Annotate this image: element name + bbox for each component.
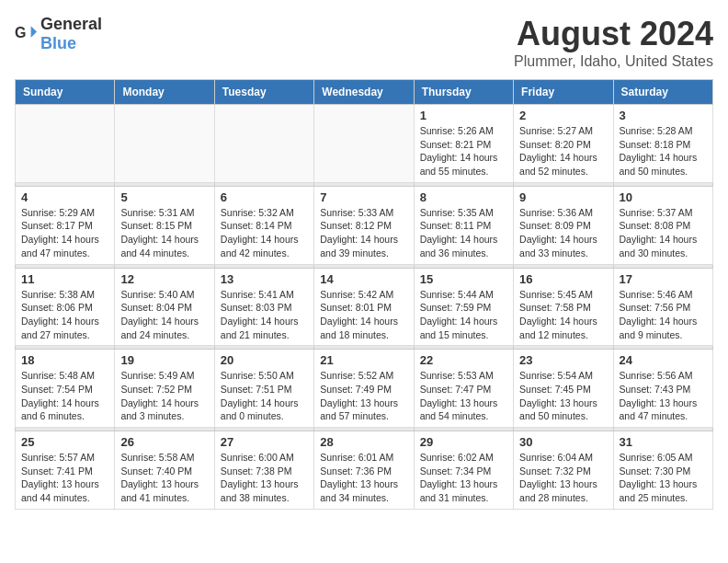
calendar-week-2: 4Sunrise: 5:29 AM Sunset: 8:17 PM Daylig… xyxy=(16,186,713,264)
day-info: Sunrise: 5:45 AM Sunset: 7:58 PM Dayligh… xyxy=(519,288,607,342)
calendar-cell: 27Sunrise: 6:00 AM Sunset: 7:38 PM Dayli… xyxy=(214,431,313,510)
logo: G General Blue xyxy=(15,15,102,53)
day-info: Sunrise: 6:04 AM Sunset: 7:32 PM Dayligh… xyxy=(519,451,607,505)
day-info: Sunrise: 5:38 AM Sunset: 8:06 PM Dayligh… xyxy=(21,288,108,342)
day-info: Sunrise: 5:49 AM Sunset: 7:52 PM Dayligh… xyxy=(120,369,208,423)
calendar-cell xyxy=(16,105,115,183)
calendar-cell: 28Sunrise: 6:01 AM Sunset: 7:36 PM Dayli… xyxy=(314,431,414,510)
day-info: Sunrise: 5:28 AM Sunset: 8:18 PM Dayligh… xyxy=(620,124,707,178)
logo-blue-text: Blue xyxy=(40,34,76,52)
calendar-cell: 17Sunrise: 5:46 AM Sunset: 7:56 PM Dayli… xyxy=(613,268,712,346)
day-number: 5 xyxy=(120,190,208,204)
day-number: 19 xyxy=(120,353,208,367)
day-number: 28 xyxy=(320,435,407,449)
day-header-sunday: Sunday xyxy=(16,80,115,105)
calendar-cell: 31Sunrise: 6:05 AM Sunset: 7:30 PM Dayli… xyxy=(613,431,712,510)
day-number: 10 xyxy=(620,190,707,204)
day-info: Sunrise: 5:35 AM Sunset: 8:11 PM Dayligh… xyxy=(420,206,507,260)
calendar-cell: 15Sunrise: 5:44 AM Sunset: 7:59 PM Dayli… xyxy=(414,268,513,346)
day-number: 2 xyxy=(519,109,607,122)
day-info: Sunrise: 5:57 AM Sunset: 7:41 PM Dayligh… xyxy=(21,451,108,505)
calendar-header: SundayMondayTuesdayWednesdayThursdayFrid… xyxy=(16,80,713,105)
day-info: Sunrise: 5:53 AM Sunset: 7:47 PM Dayligh… xyxy=(420,369,507,423)
day-info: Sunrise: 5:48 AM Sunset: 7:54 PM Dayligh… xyxy=(21,369,108,423)
day-info: Sunrise: 5:31 AM Sunset: 8:15 PM Dayligh… xyxy=(120,206,208,260)
calendar-cell: 29Sunrise: 6:02 AM Sunset: 7:34 PM Dayli… xyxy=(414,431,513,510)
day-info: Sunrise: 5:29 AM Sunset: 8:17 PM Dayligh… xyxy=(21,206,108,260)
day-header-thursday: Thursday xyxy=(414,80,513,105)
day-info: Sunrise: 5:36 AM Sunset: 8:09 PM Dayligh… xyxy=(519,206,607,260)
day-number: 1 xyxy=(420,109,507,122)
day-header-tuesday: Tuesday xyxy=(214,80,313,105)
day-number: 12 xyxy=(120,272,208,286)
calendar-cell: 22Sunrise: 5:53 AM Sunset: 7:47 PM Dayli… xyxy=(414,350,513,428)
calendar-cell: 6Sunrise: 5:32 AM Sunset: 8:14 PM Daylig… xyxy=(214,186,313,264)
calendar-cell: 9Sunrise: 5:36 AM Sunset: 8:09 PM Daylig… xyxy=(514,186,613,264)
day-number: 17 xyxy=(620,272,707,286)
calendar-cell: 3Sunrise: 5:28 AM Sunset: 8:18 PM Daylig… xyxy=(613,105,712,183)
day-info: Sunrise: 5:26 AM Sunset: 8:21 PM Dayligh… xyxy=(420,124,507,178)
day-header-friday: Friday xyxy=(514,80,613,105)
day-number: 9 xyxy=(519,190,607,204)
svg-marker-1 xyxy=(31,26,37,38)
calendar-cell: 11Sunrise: 5:38 AM Sunset: 8:06 PM Dayli… xyxy=(16,268,115,346)
day-info: Sunrise: 5:33 AM Sunset: 8:12 PM Dayligh… xyxy=(320,206,407,260)
calendar-cell: 24Sunrise: 5:56 AM Sunset: 7:43 PM Dayli… xyxy=(613,350,712,428)
calendar-cell xyxy=(214,105,313,183)
calendar-cell xyxy=(314,105,414,183)
calendar-week-4: 18Sunrise: 5:48 AM Sunset: 7:54 PM Dayli… xyxy=(16,350,713,428)
location-title: Plummer, Idaho, United States xyxy=(514,53,713,70)
day-number: 24 xyxy=(620,353,707,367)
day-number: 21 xyxy=(320,353,407,367)
day-info: Sunrise: 5:44 AM Sunset: 7:59 PM Dayligh… xyxy=(420,288,507,342)
day-info: Sunrise: 5:46 AM Sunset: 7:56 PM Dayligh… xyxy=(620,288,707,342)
day-number: 23 xyxy=(519,353,607,367)
day-number: 25 xyxy=(21,435,108,449)
title-area: August 2024 Plummer, Idaho, United State… xyxy=(514,15,713,70)
day-info: Sunrise: 5:50 AM Sunset: 7:51 PM Dayligh… xyxy=(221,369,308,423)
calendar-week-1: 1Sunrise: 5:26 AM Sunset: 8:21 PM Daylig… xyxy=(16,105,713,183)
calendar-cell: 26Sunrise: 5:58 AM Sunset: 7:40 PM Dayli… xyxy=(115,431,214,510)
calendar-cell: 2Sunrise: 5:27 AM Sunset: 8:20 PM Daylig… xyxy=(514,105,613,183)
day-info: Sunrise: 5:58 AM Sunset: 7:40 PM Dayligh… xyxy=(120,451,208,505)
day-info: Sunrise: 6:00 AM Sunset: 7:38 PM Dayligh… xyxy=(221,451,308,505)
day-number: 15 xyxy=(420,272,507,286)
calendar-cell: 30Sunrise: 6:04 AM Sunset: 7:32 PM Dayli… xyxy=(514,431,613,510)
logo-general-text: General xyxy=(40,15,102,33)
calendar-cell: 12Sunrise: 5:40 AM Sunset: 8:04 PM Dayli… xyxy=(115,268,214,346)
day-number: 11 xyxy=(21,272,108,286)
day-info: Sunrise: 6:05 AM Sunset: 7:30 PM Dayligh… xyxy=(620,451,707,505)
day-info: Sunrise: 5:54 AM Sunset: 7:45 PM Dayligh… xyxy=(519,369,607,423)
day-number: 8 xyxy=(420,190,507,204)
calendar-cell: 8Sunrise: 5:35 AM Sunset: 8:11 PM Daylig… xyxy=(414,186,513,264)
day-number: 20 xyxy=(221,353,308,367)
day-info: Sunrise: 5:41 AM Sunset: 8:03 PM Dayligh… xyxy=(221,288,308,342)
svg-text:G: G xyxy=(15,25,26,40)
day-info: Sunrise: 5:27 AM Sunset: 8:20 PM Dayligh… xyxy=(519,124,607,178)
calendar-cell: 21Sunrise: 5:52 AM Sunset: 7:49 PM Dayli… xyxy=(314,350,414,428)
day-number: 31 xyxy=(620,435,707,449)
calendar-cell: 1Sunrise: 5:26 AM Sunset: 8:21 PM Daylig… xyxy=(414,105,513,183)
day-info: Sunrise: 5:40 AM Sunset: 8:04 PM Dayligh… xyxy=(120,288,208,342)
day-info: Sunrise: 5:52 AM Sunset: 7:49 PM Dayligh… xyxy=(320,369,407,423)
calendar-cell: 7Sunrise: 5:33 AM Sunset: 8:12 PM Daylig… xyxy=(314,186,414,264)
day-info: Sunrise: 5:32 AM Sunset: 8:14 PM Dayligh… xyxy=(221,206,308,260)
day-number: 4 xyxy=(21,190,108,204)
header: G General Blue August 2024 Plummer, Idah… xyxy=(15,15,713,70)
day-number: 22 xyxy=(420,353,507,367)
day-number: 26 xyxy=(120,435,208,449)
day-number: 6 xyxy=(221,190,308,204)
day-number: 27 xyxy=(221,435,308,449)
day-number: 30 xyxy=(519,435,607,449)
day-info: Sunrise: 6:01 AM Sunset: 7:36 PM Dayligh… xyxy=(320,451,407,505)
day-number: 14 xyxy=(320,272,407,286)
calendar-cell: 14Sunrise: 5:42 AM Sunset: 8:01 PM Dayli… xyxy=(314,268,414,346)
day-info: Sunrise: 5:42 AM Sunset: 8:01 PM Dayligh… xyxy=(320,288,407,342)
calendar-cell: 18Sunrise: 5:48 AM Sunset: 7:54 PM Dayli… xyxy=(16,350,115,428)
calendar-cell xyxy=(115,105,214,183)
day-header-wednesday: Wednesday xyxy=(314,80,414,105)
calendar-cell: 4Sunrise: 5:29 AM Sunset: 8:17 PM Daylig… xyxy=(16,186,115,264)
day-number: 13 xyxy=(221,272,308,286)
day-number: 29 xyxy=(420,435,507,449)
calendar-cell: 10Sunrise: 5:37 AM Sunset: 8:08 PM Dayli… xyxy=(613,186,712,264)
